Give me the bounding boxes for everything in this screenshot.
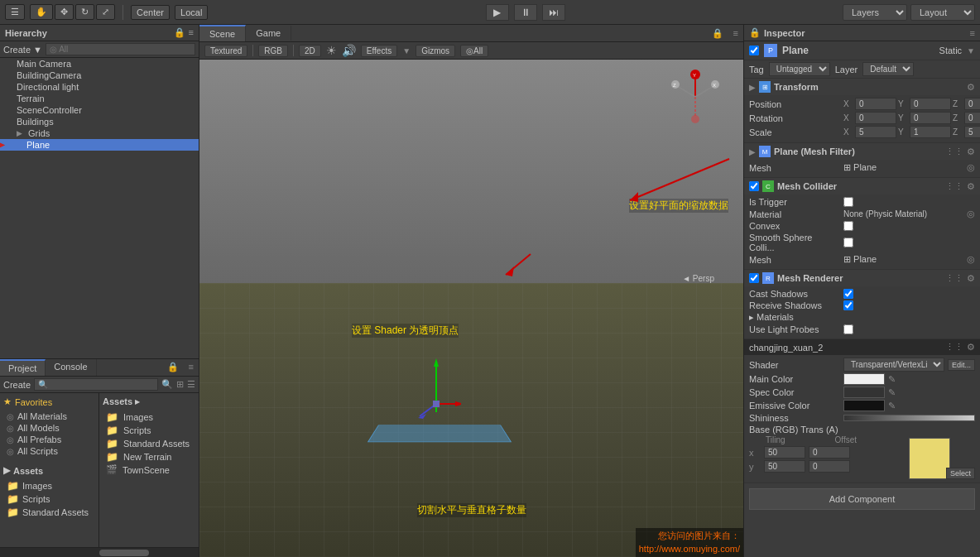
rot-y-input[interactable]: [910, 112, 951, 124]
fav-all-scripts[interactable]: ◎ All Scripts: [3, 445, 95, 457]
mesh-renderer-gear[interactable]: ⚙: [967, 273, 975, 284]
hierarchy-item-terrain[interactable]: Terrain: [0, 93, 199, 104]
rgb-btn[interactable]: RGB: [258, 45, 288, 57]
effects-btn[interactable]: Effects: [361, 45, 397, 57]
project-scrollbar[interactable]: [0, 547, 199, 557]
asset-images[interactable]: 📁 Images: [103, 411, 195, 424]
step-btn[interactable]: ⏭: [542, 4, 565, 21]
tab-console[interactable]: Console: [46, 359, 96, 376]
scene-view[interactable]: ◄ Persp Y X Z ✕: [199, 60, 743, 557]
emissive-color-picker-icon[interactable]: ✎: [888, 401, 896, 411]
mesh-filter-gear[interactable]: ⚙: [967, 146, 975, 157]
hierarchy-item-building-camera[interactable]: BuildingCamera: [0, 70, 199, 81]
fav-all-materials[interactable]: ◎ All Materials: [3, 411, 95, 422]
spec-color-picker-icon[interactable]: ✎: [888, 387, 896, 398]
rotate-tool-btn[interactable]: ↻: [75, 4, 94, 20]
hierarchy-search-input[interactable]: [46, 43, 195, 55]
hierarchy-item-plane[interactable]: ➤ Plane: [0, 139, 199, 151]
textured-btn[interactable]: Textured: [204, 45, 247, 57]
mesh-collider-dots[interactable]: ⋮⋮: [945, 181, 963, 192]
scale-x-input[interactable]: [855, 126, 896, 138]
tag-dropdown[interactable]: Untagged: [769, 62, 830, 76]
pos-z-input[interactable]: [964, 98, 980, 110]
tab-scene[interactable]: Scene: [199, 25, 246, 41]
layers-dropdown[interactable]: Layers: [843, 4, 907, 21]
is-trigger-checkbox[interactable]: [843, 197, 853, 207]
material-header[interactable]: changjing_xuan_2 ⋮⋮ ⚙: [744, 339, 980, 355]
hierarchy-item-buildings[interactable]: Buildings: [0, 116, 199, 127]
tab-project[interactable]: Project: [0, 359, 46, 376]
hierarchy-item-scene-controller[interactable]: SceneController: [0, 104, 199, 116]
play-btn[interactable]: ▶: [486, 4, 509, 21]
hierarchy-item-main-camera[interactable]: Main Camera: [0, 58, 199, 70]
pause-btn[interactable]: ⏸: [514, 4, 537, 21]
mesh-renderer-checkbox[interactable]: [749, 273, 759, 283]
scale-tool-btn[interactable]: ⤢: [96, 4, 115, 20]
emissive-color-swatch[interactable]: [843, 400, 885, 411]
unity-menu-btn[interactable]: ☰: [5, 4, 25, 20]
scale-z-input[interactable]: [964, 126, 980, 138]
asset-town-scene[interactable]: 🎬 TownScene: [103, 463, 195, 476]
project-view-icon1[interactable]: ⊞: [176, 379, 184, 390]
layout-dropdown[interactable]: Layout: [910, 4, 975, 21]
layer-dropdown[interactable]: Default: [862, 62, 914, 76]
rot-x-input[interactable]: [855, 112, 896, 124]
transform-settings-icon[interactable]: ⚙: [967, 82, 975, 93]
asset-new-terrain[interactable]: 📁 New Terrain: [103, 450, 195, 463]
spec-color-swatch[interactable]: [843, 387, 885, 398]
tab-game[interactable]: Game: [246, 26, 291, 41]
collider-material-target[interactable]: ◎: [967, 209, 975, 219]
light-probes-checkbox[interactable]: [843, 324, 853, 334]
fav-all-prefabs[interactable]: ◎ All Prefabs: [3, 434, 95, 445]
local-btn[interactable]: Local: [175, 5, 208, 20]
mesh-collider-checkbox[interactable]: [749, 181, 759, 191]
hand-tool-btn[interactable]: ✋: [30, 4, 53, 20]
smooth-sphere-checkbox[interactable]: [843, 238, 853, 247]
scale-y-input[interactable]: [910, 126, 951, 138]
shader-dropdown[interactable]: Transparent/VertexLit: [843, 358, 944, 372]
transform-header[interactable]: ▶ ⊞ Transform ⚙: [744, 79, 980, 95]
mesh-renderer-header[interactable]: R Mesh Renderer ⋮⋮ ⚙: [744, 270, 980, 286]
assets-standard-assets[interactable]: 📁 Standard Assets: [3, 506, 95, 519]
static-dropdown-arrow[interactable]: ▼: [967, 46, 975, 55]
assets-images[interactable]: 📁 Images: [3, 479, 95, 492]
offset-y-input[interactable]: [809, 460, 850, 473]
add-component-btn[interactable]: Add Component: [749, 488, 975, 510]
all-btn[interactable]: ◎All: [460, 45, 488, 57]
cast-shadows-checkbox[interactable]: [843, 289, 853, 299]
shininess-slider[interactable]: [843, 415, 975, 421]
mesh-filter-header[interactable]: ▶ M Plane (Mesh Filter) ⋮⋮ ⚙: [744, 143, 980, 160]
inspector-menu-icon[interactable]: ≡: [970, 28, 975, 38]
project-create-btn[interactable]: Create: [3, 380, 31, 390]
2d-btn[interactable]: 2D: [299, 45, 321, 57]
asset-scripts[interactable]: 📁 Scripts: [103, 424, 195, 437]
collider-mesh-target[interactable]: ◎: [967, 254, 975, 265]
texture-select-btn[interactable]: Select: [946, 468, 975, 479]
pos-y-input[interactable]: [910, 98, 951, 110]
texture-thumbnail[interactable]: [909, 438, 950, 479]
center-btn[interactable]: Center: [131, 5, 170, 20]
mesh-filter-dots[interactable]: ⋮⋮: [945, 146, 963, 157]
hierarchy-create-btn[interactable]: Create ▼: [3, 45, 42, 55]
shader-edit-btn[interactable]: Edit...: [948, 359, 975, 371]
hierarchy-item-directional-light[interactable]: Directional light: [0, 81, 199, 93]
mesh-collider-gear[interactable]: ⚙: [967, 181, 975, 192]
audio-toggle-icon[interactable]: 🔊: [342, 44, 356, 57]
project-view-icon2[interactable]: ☰: [187, 379, 195, 390]
main-color-swatch[interactable]: [843, 373, 885, 385]
mesh-renderer-dots[interactable]: ⋮⋮: [945, 273, 963, 284]
receive-shadows-checkbox[interactable]: [843, 300, 853, 310]
fav-all-models[interactable]: ◎ All Models: [3, 422, 95, 434]
tiling-x-input[interactable]: [764, 446, 805, 459]
hierarchy-item-grids[interactable]: ▶ Grids: [0, 127, 199, 139]
rot-z-input[interactable]: [964, 112, 980, 124]
material-dots[interactable]: ⋮⋮: [945, 342, 963, 353]
assets-scripts[interactable]: 📁 Scripts: [3, 492, 95, 506]
pos-x-input[interactable]: [855, 98, 896, 110]
object-active-checkbox[interactable]: [749, 46, 759, 55]
mesh-filter-target-icon[interactable]: ◎: [967, 162, 975, 173]
offset-x-input[interactable]: [809, 446, 850, 459]
tiling-y-input[interactable]: [764, 460, 805, 473]
project-menu-icon[interactable]: ≡: [184, 359, 199, 376]
hierarchy-menu-icon[interactable]: ≡: [189, 27, 194, 38]
